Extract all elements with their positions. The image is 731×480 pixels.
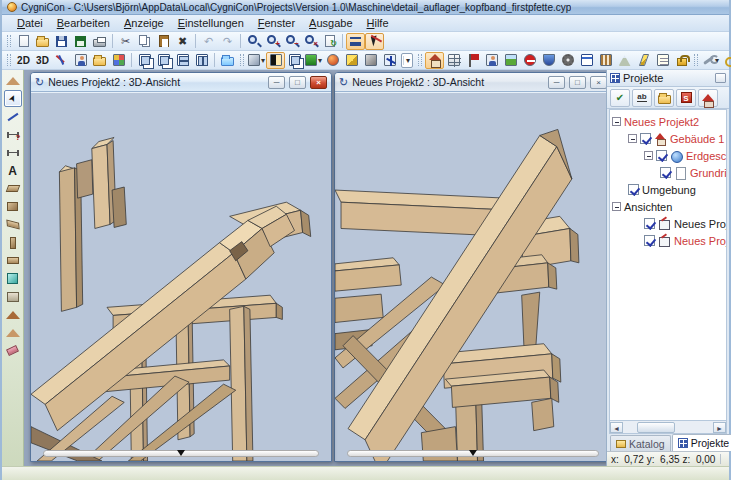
tree-label[interactable]: Umgebung (642, 184, 696, 196)
new-button[interactable] (14, 33, 33, 50)
home-view-tool[interactable] (4, 72, 22, 89)
collapse-icon[interactable] (612, 202, 621, 211)
mountain-button[interactable] (615, 52, 634, 69)
scroll-right-arrow[interactable]: ► (713, 422, 726, 433)
license-button[interactable] (720, 52, 731, 69)
zoom-button[interactable] (244, 33, 263, 50)
undo-button[interactable]: ↶ (199, 33, 218, 50)
terrain-button[interactable] (501, 52, 520, 69)
text-tool[interactable]: A (4, 162, 22, 179)
plane-tool[interactable] (4, 216, 22, 233)
color-grid-button[interactable] (109, 52, 128, 69)
tree-label[interactable]: Neues Projekt2 (624, 116, 699, 128)
collapse-icon[interactable] (628, 134, 637, 143)
edit-folder-button[interactable] (90, 52, 109, 69)
tree-label[interactable]: Gebäude 1 (670, 133, 724, 145)
visibility-checkbox[interactable] (640, 133, 651, 144)
rename-button[interactable]: ab (632, 89, 652, 107)
toolbar-grip[interactable] (7, 35, 11, 48)
viewport-3d-right[interactable] (335, 92, 606, 461)
line-tool[interactable] (4, 108, 22, 125)
edit-object-button[interactable] (71, 52, 90, 69)
menu-fenster[interactable]: Fenster (251, 16, 302, 30)
print-button[interactable] (90, 33, 109, 50)
draw-button[interactable] (342, 52, 361, 69)
tree-node-view1[interactable]: Neues Proje (612, 215, 726, 232)
maximize-button[interactable]: □ (569, 76, 586, 89)
copy-button[interactable] (135, 33, 154, 50)
toolbar-grip[interactable] (240, 54, 244, 67)
material-button[interactable] (323, 52, 342, 69)
layer-button[interactable]: ▾ (304, 52, 323, 69)
viewport-3d-left[interactable] (31, 92, 331, 461)
collapse-icon[interactable] (612, 117, 621, 126)
save-all-button[interactable] (71, 33, 90, 50)
window-tile-vertical-button[interactable] (192, 52, 211, 69)
save-project-button[interactable]: S (676, 89, 696, 107)
line-mode-button[interactable] (346, 33, 365, 50)
menu-einstellungen[interactable]: Einstellungen (171, 16, 251, 30)
tree-node-project[interactable]: Neues Projekt2 (612, 113, 726, 130)
visibility-checkbox[interactable] (660, 167, 671, 178)
toolbar-grip[interactable] (418, 54, 422, 67)
building-button[interactable] (425, 52, 444, 69)
zoom-all-button[interactable]: × (301, 33, 320, 50)
view-2d-button[interactable]: 2D (14, 52, 33, 69)
purlin-tool[interactable] (4, 252, 22, 269)
window-cascade-button[interactable] (135, 52, 154, 69)
roof-tool[interactable] (4, 306, 22, 323)
eraser-tool[interactable] (4, 342, 22, 359)
save-button[interactable] (52, 33, 71, 50)
tree-label[interactable]: Grundris (690, 167, 727, 179)
mdi-window-1[interactable]: ↻ Neues Projekt2 : 3D-Ansicht ─ □ × (30, 72, 332, 462)
view-3d-button[interactable]: 3D (33, 52, 52, 69)
menu-hilfe[interactable]: Hilfe (360, 16, 396, 30)
open-project-button[interactable] (654, 89, 674, 107)
slider-marker[interactable] (177, 450, 185, 456)
view-combobox[interactable]: ▾ (401, 53, 413, 68)
toolbar-grip[interactable] (7, 54, 11, 67)
render-mode-button[interactable] (266, 52, 285, 69)
measure-button[interactable] (52, 52, 71, 69)
tree-node-floorplan[interactable]: Grundris (612, 164, 726, 181)
visibility-checkbox[interactable] (656, 150, 667, 161)
building-import-button[interactable] (698, 89, 718, 107)
scroll-left-arrow[interactable]: ◄ (610, 422, 623, 433)
view-rotation-slider[interactable] (43, 450, 319, 457)
tree-node-floor[interactable]: Erdgeschos (612, 147, 726, 164)
note-button[interactable] (653, 52, 672, 69)
menu-anzeige[interactable]: Anzeige (117, 16, 171, 30)
window-grid-button[interactable] (577, 52, 596, 69)
window-tile-horizontal-button[interactable] (173, 52, 192, 69)
mdi-window-1-titlebar[interactable]: ↻ Neues Projekt2 : 3D-Ansicht ─ □ × (31, 73, 331, 92)
pin-icon[interactable] (715, 73, 726, 83)
panel-header[interactable]: Projekte (607, 70, 729, 87)
refresh-button[interactable]: ↻ (320, 33, 339, 50)
menu-ausgabe[interactable]: Ausgabe (302, 16, 359, 30)
confirm-button[interactable]: ✔ (610, 89, 630, 107)
tree-horizontal-scrollbar[interactable]: ◄ ► (609, 421, 727, 434)
tree-node-environment[interactable]: Umgebung (612, 181, 726, 198)
tab-katalog[interactable]: Katalog (610, 435, 671, 451)
tree-node-views[interactable]: Ansichten (612, 198, 726, 215)
axes-button[interactable] (380, 52, 399, 69)
lightning-button[interactable] (634, 52, 653, 69)
paste-button[interactable] (154, 33, 173, 50)
mdi-window-2[interactable]: ↻ Neues Projekt2 : 3D-Ansicht ─ □ × (334, 72, 606, 462)
model-mode-button[interactable]: ▾ (247, 52, 266, 69)
measure-query-tool[interactable]: ? (4, 126, 22, 143)
close-button[interactable]: × (310, 76, 327, 89)
zoom-in-button[interactable]: + (263, 33, 282, 50)
toolbar-grip[interactable] (694, 54, 698, 67)
fence-button[interactable] (596, 52, 615, 69)
mdi-window-2-titlebar[interactable]: ↻ Neues Projekt2 : 3D-Ansicht ─ □ × (335, 73, 606, 92)
panel-tool[interactable] (4, 288, 22, 305)
collapse-icon[interactable] (644, 151, 653, 160)
select-mode-button[interactable] (365, 33, 384, 50)
tools-button[interactable]: ▾ (701, 52, 720, 69)
maximize-button[interactable]: □ (289, 76, 306, 89)
rafter-tool[interactable] (4, 198, 22, 215)
scrollbar-thumb[interactable] (637, 422, 675, 433)
minimize-button[interactable]: ─ (548, 76, 565, 89)
cut-button[interactable]: ✂ (116, 33, 135, 50)
